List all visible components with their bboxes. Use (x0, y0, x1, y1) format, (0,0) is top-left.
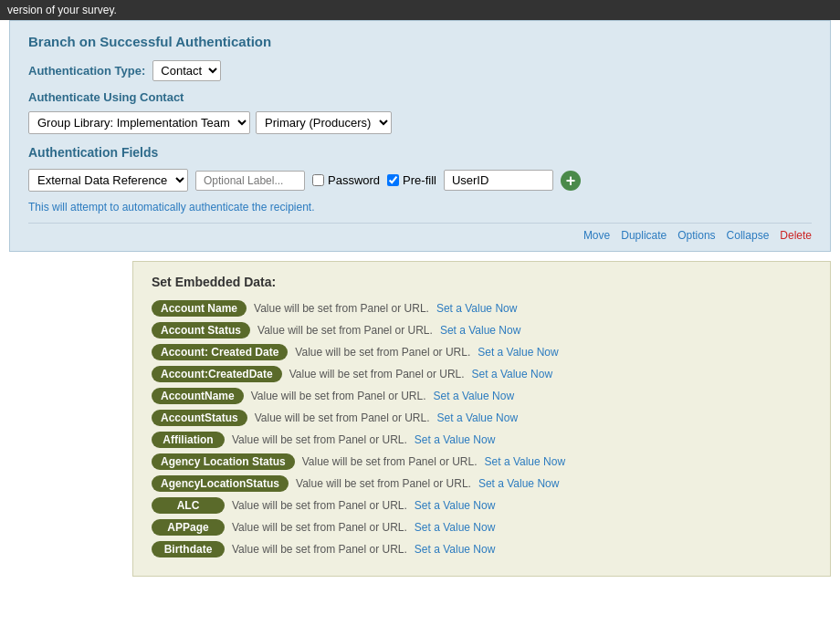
embedded-row: Account: Created DateValue will be set f… (152, 344, 812, 360)
set-value-link[interactable]: Set a Value Now (472, 368, 553, 380)
embedded-value-text: Value will be set from Panel or URL. (257, 324, 433, 337)
embedded-title: Set Embedded Data: (152, 275, 812, 289)
prefill-checkbox[interactable] (387, 174, 399, 186)
tooltip-text: version of your survey. (7, 4, 117, 16)
set-value-link[interactable]: Set a Value Now (415, 521, 496, 534)
auth-select-group: Group Library: Implementation Team Prima… (28, 111, 812, 134)
embedded-value-text: Value will be set from Panel or URL. (302, 455, 478, 468)
move-link[interactable]: Move (583, 229, 610, 242)
embedded-tag: Account Status (152, 322, 250, 339)
embedded-tag: Account Name (152, 300, 247, 317)
password-checkbox[interactable] (312, 174, 324, 186)
password-label: Password (328, 173, 380, 187)
auth-section: Branch on Successful Authentication Auth… (9, 20, 831, 252)
embedded-value-text: Value will be set from Panel or URL. (255, 411, 430, 424)
auth-using-label: Authenticate Using Contact (28, 90, 812, 104)
embedded-row: AccountNameValue will be set from Panel … (152, 388, 812, 404)
embedded-tag: Account:CreatedDate (152, 366, 282, 382)
action-links: Move Duplicate Options Collapse Delete (28, 223, 812, 242)
auto-auth-note: This will attempt to automatically authe… (28, 201, 812, 214)
library-select[interactable]: Group Library: Implementation Team (28, 111, 250, 134)
embedded-value-text: Value will be set from Panel or URL. (296, 477, 471, 490)
embedded-tag: AccountStatus (152, 410, 247, 426)
auth-type-row: Authentication Type: Contact (28, 60, 812, 81)
embedded-row: AffiliationValue will be set from Panel … (152, 432, 812, 448)
embedded-tag: Agency Location Status (152, 453, 295, 470)
password-checkbox-group: Password (312, 173, 380, 187)
duplicate-link[interactable]: Duplicate (621, 229, 667, 242)
embedded-rows-container: Account NameValue will be set from Panel… (152, 300, 812, 557)
field-dropdown-container: External Data Reference (28, 169, 188, 192)
embedded-row: AccountStatusValue will be set from Pane… (152, 410, 812, 426)
embedded-value-text: Value will be set from Panel or URL. (232, 521, 407, 534)
embedded-row: ALCValue will be set from Panel or URL.S… (152, 497, 812, 514)
auth-section-title: Branch on Successful Authentication (28, 34, 812, 49)
set-value-link[interactable]: Set a Value Now (478, 346, 559, 359)
auth-fields-row: External Data Reference Password Pre-fil… (28, 169, 812, 192)
contact-select[interactable]: Primary (Producers) (256, 111, 392, 134)
embedded-row: APPageValue will be set from Panel or UR… (152, 519, 812, 536)
prefill-label: Pre-fill (403, 173, 436, 187)
set-value-link[interactable]: Set a Value Now (415, 543, 496, 556)
embedded-tag: APPage (152, 519, 225, 536)
embedded-section: Set Embedded Data: Account NameValue wil… (132, 261, 831, 577)
embedded-tag: Account: Created Date (152, 344, 288, 360)
tooltip-bar: version of your survey. (0, 0, 840, 20)
embedded-value-text: Value will be set from Panel or URL. (251, 390, 426, 402)
embedded-row: AgencyLocationStatusValue will be set fr… (152, 475, 812, 492)
set-value-link[interactable]: Set a Value Now (478, 477, 560, 490)
set-value-link[interactable]: Set a Value Now (436, 302, 518, 315)
embedded-tag: AgencyLocationStatus (152, 475, 289, 492)
set-value-link[interactable]: Set a Value Now (485, 455, 566, 468)
options-link[interactable]: Options (677, 229, 715, 242)
embedded-tag: Affiliation (152, 432, 225, 448)
embedded-row: BirthdateValue will be set from Panel or… (152, 541, 812, 557)
delete-link[interactable]: Delete (780, 229, 812, 242)
auth-type-label: Authentication Type: (28, 64, 145, 78)
embedded-tag: Birthdate (152, 541, 225, 557)
embedded-tag: ALC (152, 497, 225, 514)
auth-type-select[interactable]: Contact (152, 60, 221, 81)
embedded-value-text: Value will be set from Panel or URL. (295, 346, 470, 359)
set-value-link[interactable]: Set a Value Now (434, 390, 515, 402)
embedded-value-text: Value will be set from Panel or URL. (254, 302, 429, 315)
embedded-value-text: Value will be set from Panel or URL. (232, 543, 407, 556)
userid-input[interactable] (444, 170, 553, 191)
add-field-button[interactable]: + (561, 171, 581, 191)
prefill-checkbox-group: Pre-fill (387, 173, 436, 187)
field-dropdown-select[interactable]: External Data Reference (29, 170, 187, 191)
embedded-row: Agency Location StatusValue will be set … (152, 453, 812, 470)
embedded-row: Account StatusValue will be set from Pan… (152, 322, 812, 339)
embedded-value-text: Value will be set from Panel or URL. (232, 433, 407, 446)
set-value-link[interactable]: Set a Value Now (437, 411, 519, 424)
collapse-link[interactable]: Collapse (727, 229, 770, 242)
embedded-value-text: Value will be set from Panel or URL. (289, 368, 465, 380)
set-value-link[interactable]: Set a Value Now (415, 499, 496, 512)
optional-label-input[interactable] (195, 171, 305, 191)
auth-fields-title: Authentication Fields (28, 145, 812, 160)
embedded-tag: AccountName (152, 388, 244, 404)
set-value-link[interactable]: Set a Value Now (415, 433, 496, 446)
embedded-value-text: Value will be set from Panel or URL. (232, 499, 407, 512)
embedded-row: Account NameValue will be set from Panel… (152, 300, 812, 317)
set-value-link[interactable]: Set a Value Now (440, 324, 521, 337)
embedded-row: Account:CreatedDateValue will be set fro… (152, 366, 812, 382)
